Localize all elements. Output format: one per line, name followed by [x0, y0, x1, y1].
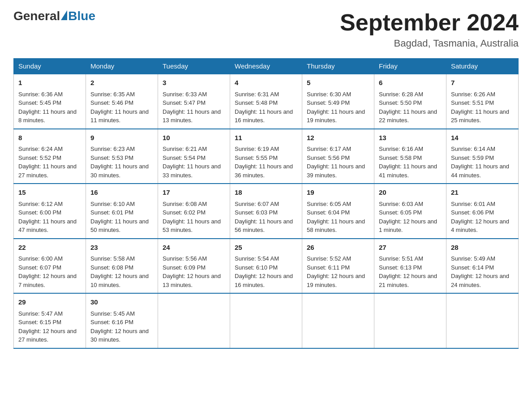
day-number: 27: [379, 243, 442, 253]
day-info: Sunrise: 6:35 AMSunset: 5:46 PMDaylight:…: [90, 90, 153, 125]
day-number: 12: [307, 133, 369, 143]
day-number: 28: [451, 243, 514, 253]
calendar-cell: 2Sunrise: 6:35 AMSunset: 5:46 PMDaylight…: [86, 74, 158, 129]
day-info: Sunrise: 6:30 AMSunset: 5:49 PMDaylight:…: [307, 90, 369, 125]
calendar-week-5: 29Sunrise: 5:47 AMSunset: 6:15 PMDayligh…: [14, 293, 519, 348]
calendar-cell: 3Sunrise: 6:33 AMSunset: 5:47 PMDaylight…: [158, 74, 230, 129]
calendar-header: SundayMondayTuesdayWednesdayThursdayFrid…: [14, 59, 519, 74]
calendar-cell: 10Sunrise: 6:21 AMSunset: 5:54 PMDayligh…: [158, 129, 230, 184]
calendar-cell: [158, 293, 230, 348]
day-info: Sunrise: 6:10 AMSunset: 6:01 PMDaylight:…: [90, 200, 153, 235]
col-header-wednesday: Wednesday: [230, 59, 302, 74]
calendar-cell: [374, 293, 446, 348]
day-info: Sunrise: 6:01 AMSunset: 6:06 PMDaylight:…: [451, 200, 514, 235]
day-number: 17: [163, 188, 225, 198]
calendar-cell: 27Sunrise: 5:51 AMSunset: 6:13 PMDayligh…: [374, 239, 446, 294]
calendar-cell: 23Sunrise: 5:58 AMSunset: 6:08 PMDayligh…: [86, 239, 158, 294]
calendar-cell: [302, 293, 374, 348]
day-info: Sunrise: 6:14 AMSunset: 5:59 PMDaylight:…: [451, 145, 514, 180]
calendar-cell: 13Sunrise: 6:16 AMSunset: 5:58 PMDayligh…: [374, 129, 446, 184]
day-info: Sunrise: 6:08 AMSunset: 6:02 PMDaylight:…: [163, 200, 225, 235]
location-subtitle: Bagdad, Tasmania, Australia: [340, 38, 519, 49]
logo-triangle-icon: [61, 10, 67, 20]
day-number: 25: [235, 243, 297, 253]
day-info: Sunrise: 5:51 AMSunset: 6:13 PMDaylight:…: [379, 254, 442, 289]
day-info: Sunrise: 6:00 AMSunset: 6:07 PMDaylight:…: [18, 254, 81, 289]
calendar-cell: 22Sunrise: 6:00 AMSunset: 6:07 PMDayligh…: [14, 239, 86, 294]
header-row: SundayMondayTuesdayWednesdayThursdayFrid…: [14, 59, 519, 74]
day-info: Sunrise: 6:36 AMSunset: 5:45 PMDaylight:…: [18, 90, 81, 125]
logo: General Blue: [13, 9, 95, 23]
day-number: 3: [163, 78, 225, 88]
day-info: Sunrise: 6:24 AMSunset: 5:52 PMDaylight:…: [18, 145, 81, 180]
col-header-saturday: Saturday: [446, 59, 519, 74]
page-header: General Blue September 2024 Bagdad, Tasm…: [13, 9, 519, 49]
calendar-cell: [446, 293, 519, 348]
day-number: 9: [90, 133, 153, 143]
day-number: 7: [451, 78, 514, 88]
calendar-cell: 14Sunrise: 6:14 AMSunset: 5:59 PMDayligh…: [446, 129, 519, 184]
calendar-week-2: 8Sunrise: 6:24 AMSunset: 5:52 PMDaylight…: [14, 129, 519, 184]
calendar-cell: 20Sunrise: 6:03 AMSunset: 6:05 PMDayligh…: [374, 184, 446, 239]
calendar-cell: 4Sunrise: 6:31 AMSunset: 5:48 PMDaylight…: [230, 74, 302, 129]
day-number: 1: [18, 78, 81, 88]
calendar-cell: 9Sunrise: 6:23 AMSunset: 5:53 PMDaylight…: [86, 129, 158, 184]
calendar-cell: 28Sunrise: 5:49 AMSunset: 6:14 PMDayligh…: [446, 239, 519, 294]
day-info: Sunrise: 5:45 AMSunset: 6:16 PMDaylight:…: [90, 309, 153, 344]
calendar-cell: 21Sunrise: 6:01 AMSunset: 6:06 PMDayligh…: [446, 184, 519, 239]
calendar-cell: 8Sunrise: 6:24 AMSunset: 5:52 PMDaylight…: [14, 129, 86, 184]
day-number: 19: [307, 188, 369, 198]
day-info: Sunrise: 5:47 AMSunset: 6:15 PMDaylight:…: [18, 309, 81, 344]
day-info: Sunrise: 5:58 AMSunset: 6:08 PMDaylight:…: [90, 254, 153, 289]
day-info: Sunrise: 5:49 AMSunset: 6:14 PMDaylight:…: [451, 254, 514, 289]
calendar-cell: 19Sunrise: 6:05 AMSunset: 6:04 PMDayligh…: [302, 184, 374, 239]
day-number: 18: [235, 188, 297, 198]
calendar-cell: 16Sunrise: 6:10 AMSunset: 6:01 PMDayligh…: [86, 184, 158, 239]
col-header-friday: Friday: [374, 59, 446, 74]
day-number: 22: [18, 243, 81, 253]
day-number: 23: [90, 243, 153, 253]
day-number: 13: [379, 133, 442, 143]
day-number: 5: [307, 78, 369, 88]
day-info: Sunrise: 6:31 AMSunset: 5:48 PMDaylight:…: [235, 90, 297, 125]
calendar-cell: 30Sunrise: 5:45 AMSunset: 6:16 PMDayligh…: [86, 293, 158, 348]
logo-blue-text: Blue: [68, 9, 95, 23]
day-number: 8: [18, 133, 81, 143]
day-info: Sunrise: 6:03 AMSunset: 6:05 PMDaylight:…: [379, 200, 442, 235]
calendar-body: 1Sunrise: 6:36 AMSunset: 5:45 PMDaylight…: [14, 74, 519, 348]
day-info: Sunrise: 6:19 AMSunset: 5:55 PMDaylight:…: [235, 145, 297, 180]
calendar-week-3: 15Sunrise: 6:12 AMSunset: 6:00 PMDayligh…: [14, 184, 519, 239]
day-info: Sunrise: 6:17 AMSunset: 5:56 PMDaylight:…: [307, 145, 369, 180]
day-info: Sunrise: 6:21 AMSunset: 5:54 PMDaylight:…: [163, 145, 225, 180]
day-info: Sunrise: 6:26 AMSunset: 5:51 PMDaylight:…: [451, 90, 514, 125]
col-header-thursday: Thursday: [302, 59, 374, 74]
day-info: Sunrise: 6:16 AMSunset: 5:58 PMDaylight:…: [379, 145, 442, 180]
day-info: Sunrise: 6:33 AMSunset: 5:47 PMDaylight:…: [163, 90, 225, 125]
calendar-cell: 15Sunrise: 6:12 AMSunset: 6:00 PMDayligh…: [14, 184, 86, 239]
day-number: 20: [379, 188, 442, 198]
day-number: 10: [163, 133, 225, 143]
calendar-table: SundayMondayTuesdayWednesdayThursdayFrid…: [13, 58, 519, 349]
day-number: 2: [90, 78, 153, 88]
calendar-cell: 26Sunrise: 5:52 AMSunset: 6:11 PMDayligh…: [302, 239, 374, 294]
col-header-monday: Monday: [86, 59, 158, 74]
calendar-week-4: 22Sunrise: 6:00 AMSunset: 6:07 PMDayligh…: [14, 239, 519, 294]
day-number: 21: [451, 188, 514, 198]
calendar-cell: 12Sunrise: 6:17 AMSunset: 5:56 PMDayligh…: [302, 129, 374, 184]
calendar-cell: 5Sunrise: 6:30 AMSunset: 5:49 PMDaylight…: [302, 74, 374, 129]
calendar-cell: 25Sunrise: 5:54 AMSunset: 6:10 PMDayligh…: [230, 239, 302, 294]
day-number: 11: [235, 133, 297, 143]
day-number: 29: [18, 297, 81, 308]
col-header-sunday: Sunday: [14, 59, 86, 74]
day-number: 15: [18, 188, 81, 198]
day-number: 6: [379, 78, 442, 88]
day-info: Sunrise: 5:52 AMSunset: 6:11 PMDaylight:…: [307, 254, 369, 289]
day-info: Sunrise: 6:05 AMSunset: 6:04 PMDaylight:…: [307, 200, 369, 235]
calendar-cell: 18Sunrise: 6:07 AMSunset: 6:03 PMDayligh…: [230, 184, 302, 239]
title-block: September 2024 Bagdad, Tasmania, Austral…: [340, 9, 519, 49]
calendar-cell: 11Sunrise: 6:19 AMSunset: 5:55 PMDayligh…: [230, 129, 302, 184]
calendar-cell: 1Sunrise: 6:36 AMSunset: 5:45 PMDaylight…: [14, 74, 86, 129]
day-number: 4: [235, 78, 297, 88]
logo-general-text: General: [13, 9, 60, 23]
month-title: September 2024: [340, 9, 519, 36]
